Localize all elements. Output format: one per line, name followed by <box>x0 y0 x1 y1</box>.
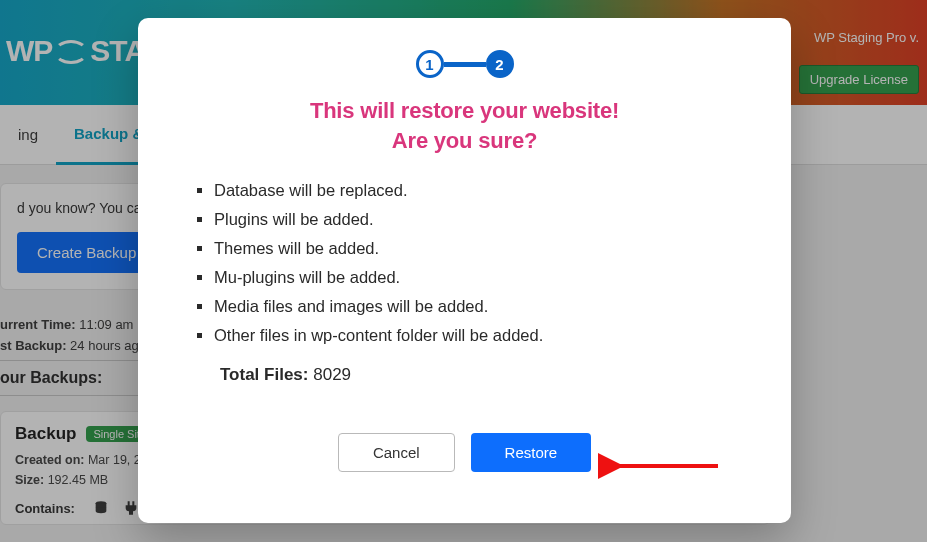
modal-title-line1: This will restore your website! <box>174 96 755 126</box>
modal-actions: Cancel Restore <box>174 433 755 472</box>
total-files-value: 8029 <box>313 365 351 384</box>
list-item: Other files in wp-content folder will be… <box>214 326 739 345</box>
restore-confirm-modal: 1 2 This will restore your website! Are … <box>138 18 791 523</box>
stepper: 1 2 <box>174 50 755 78</box>
step-2: 2 <box>486 50 514 78</box>
step-connector <box>444 62 486 67</box>
list-item: Media files and images will be added. <box>214 297 739 316</box>
restore-items-list: Database will be replaced. Plugins will … <box>214 181 739 345</box>
list-item: Mu-plugins will be added. <box>214 268 739 287</box>
total-files: Total Files: 8029 <box>220 365 755 385</box>
restore-button[interactable]: Restore <box>471 433 592 472</box>
modal-title: This will restore your website! Are you … <box>174 96 755 155</box>
step-1: 1 <box>416 50 444 78</box>
list-item: Database will be replaced. <box>214 181 739 200</box>
list-item: Themes will be added. <box>214 239 739 258</box>
total-files-label: Total Files: <box>220 365 308 384</box>
list-item: Plugins will be added. <box>214 210 739 229</box>
cancel-button[interactable]: Cancel <box>338 433 455 472</box>
modal-title-line2: Are you sure? <box>174 126 755 156</box>
